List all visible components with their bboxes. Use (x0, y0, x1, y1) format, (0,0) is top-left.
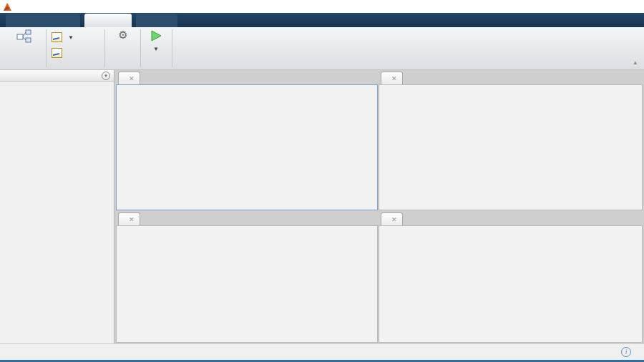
title-bar (0, 0, 644, 13)
status-bar: i (0, 343, 644, 360)
tuning-options-button[interactable]: ⚙ (107, 29, 139, 44)
tab-control-system[interactable] (6, 14, 80, 27)
close-tab-icon[interactable]: ✕ (391, 216, 397, 223)
info-icon: i (621, 347, 631, 357)
panel-menu-icon[interactable]: ▼ (102, 72, 110, 80)
panel-margins-goal2: ✕ (116, 211, 378, 343)
close-button[interactable] (620, 0, 643, 13)
control-system-tuner-window: ▼ ⚙ ▼ ▴ ▼ (0, 0, 644, 362)
tab-tuning[interactable] (84, 14, 132, 27)
maximize-button[interactable] (597, 0, 620, 13)
select-blocks-icon (6, 29, 43, 44)
figure-tab-marginsgoal2[interactable]: ✕ (118, 212, 140, 225)
close-tab-icon[interactable]: ✕ (129, 75, 135, 82)
margins-goal2-chart (117, 226, 377, 342)
panel-margins-goal1: ✕ (379, 70, 643, 210)
document-area: ✕ ✕ ✕ ✕ (115, 70, 644, 343)
tab-view[interactable] (136, 14, 177, 27)
close-tab-icon[interactable]: ✕ (391, 75, 397, 82)
panel-step-tracking-goal1: ✕ (116, 70, 378, 210)
minimize-button[interactable] (574, 0, 597, 13)
figure-tab-steptrackinggoal1[interactable]: ✕ (118, 72, 140, 84)
margins-goal1-chart (379, 85, 642, 210)
tune-button[interactable]: ▼ (143, 29, 169, 53)
close-tab-icon[interactable]: ✕ (129, 216, 135, 223)
play-icon (143, 29, 169, 44)
step-response-chart (117, 85, 377, 210)
chevron-down-icon: ▼ (153, 46, 159, 52)
matlab-logo-icon (3, 1, 12, 11)
ribbon: ▼ ⚙ ▼ ▴ (0, 27, 644, 70)
gear-icon: ⚙ (107, 29, 139, 44)
new-goal-button[interactable]: ▼ (52, 32, 74, 42)
collapse-ribbon-icon[interactable]: ▴ (633, 59, 637, 66)
chevron-down-icon: ▼ (68, 34, 74, 41)
panel-poles-goal1: ✕ (379, 211, 643, 343)
ribbon-tab-strip (0, 13, 644, 27)
figure-tab-polesgoal1[interactable]: ✕ (381, 212, 403, 225)
goal-icon (52, 48, 62, 58)
goal-icon (52, 32, 62, 42)
manage-goals-button[interactable] (52, 48, 65, 58)
pole-location-chart (379, 226, 642, 342)
data-browser-panel: ▼ (0, 70, 114, 343)
select-blocks-button[interactable] (6, 29, 43, 44)
data-browser-header: ▼ (0, 70, 114, 82)
figure-tab-marginsgoal1[interactable]: ✕ (381, 72, 403, 84)
